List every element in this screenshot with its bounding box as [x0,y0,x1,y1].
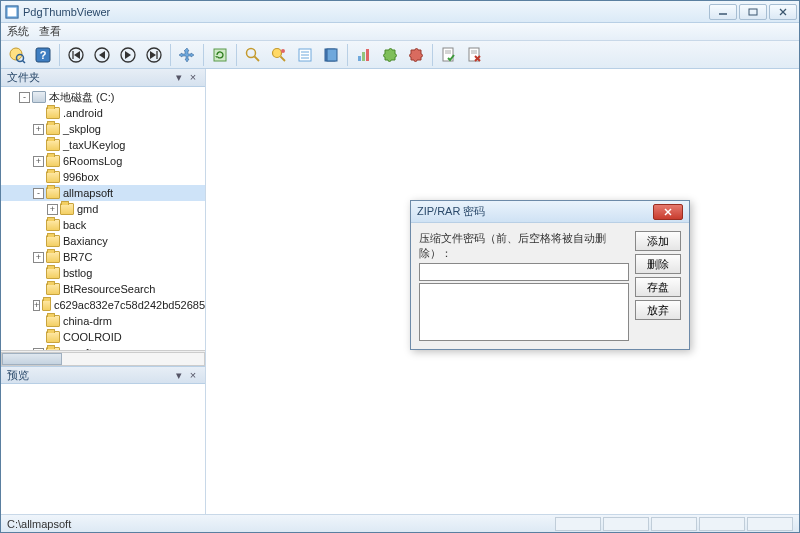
tree-item[interactable]: +gmd [1,201,205,217]
folder-icon [46,139,60,151]
app-title: PdgThumbViewer [23,6,707,18]
nav-prev-icon[interactable] [90,43,114,67]
tree-item[interactable]: +_skplog [1,121,205,137]
tree-label: BR7C [63,251,92,263]
tree-hscrollbar[interactable] [1,350,205,366]
tree-item[interactable]: -allmapsoft [1,185,205,201]
expand-spacer [33,316,44,327]
collapse-icon[interactable]: - [33,188,44,199]
toolbar-separator [347,44,348,66]
discard-button[interactable]: 放弃 [635,300,681,320]
nav-first-icon[interactable] [64,43,88,67]
expand-icon[interactable]: + [33,124,44,135]
expand-icon[interactable]: + [47,204,58,215]
tree-item[interactable]: _taxUKeylog [1,137,205,153]
expand-spacer [33,268,44,279]
password-input[interactable] [419,263,629,281]
add-button[interactable]: 添加 [635,231,681,251]
puzzle-red-icon[interactable] [404,43,428,67]
preview-panel-title: 预览 [7,368,29,383]
close-button[interactable] [769,4,797,20]
tree-item[interactable]: 996box [1,169,205,185]
delete-button[interactable]: 删除 [635,254,681,274]
tree-label: BtResourceSearch [63,283,155,295]
expand-icon[interactable]: + [33,252,44,263]
tree-item[interactable]: COOLROID [1,329,205,345]
svg-rect-34 [358,56,361,61]
titlebar[interactable]: PdgThumbViewer [1,1,799,23]
tree-item[interactable]: +c629ac832e7c58d242bd52685 [1,297,205,313]
panel-close-icon[interactable]: × [187,71,199,84]
nav-last-icon[interactable] [142,43,166,67]
zoom-color-icon[interactable] [267,43,291,67]
menu-system[interactable]: 系统 [7,24,29,39]
expand-icon[interactable]: + [33,300,40,311]
password-list[interactable] [419,283,629,341]
dialog-label: 压缩文件密码（前、后空格将被自动删除）： [419,231,629,261]
toolbar-separator [203,44,204,66]
nav-next-icon[interactable] [116,43,140,67]
chart-icon[interactable] [352,43,376,67]
tree-label: COOLROID [63,331,122,343]
move-icon[interactable] [175,43,199,67]
status-cell [603,517,649,531]
folder-icon [46,315,60,327]
dialog-title: ZIP/RAR 密码 [417,204,653,219]
toolbar-separator [432,44,433,66]
list-icon[interactable] [293,43,317,67]
tree-item[interactable]: BtResourceSearch [1,281,205,297]
hscroll-thumb[interactable] [2,353,62,365]
dialog-titlebar[interactable]: ZIP/RAR 密码 [411,201,689,223]
tree-item[interactable]: .android [1,105,205,121]
folder-icon [60,203,74,215]
menu-view[interactable]: 查看 [39,24,61,39]
globe-search-icon[interactable] [5,43,29,67]
expand-spacer [33,140,44,151]
svg-marker-15 [99,51,105,59]
tree-item[interactable]: back [1,217,205,233]
tree-item[interactable]: +BR7C [1,249,205,265]
collapse-icon[interactable]: - [19,92,30,103]
svg-rect-3 [749,9,757,15]
folders-panel-title: 文件夹 [7,70,40,85]
folder-icon [46,235,60,247]
folder-icon [46,283,60,295]
preview-panel-header: 预览 ▾× [1,366,205,384]
svg-line-24 [255,56,260,61]
status-path: C:\allmapsoft [7,518,71,530]
expand-spacer [33,284,44,295]
tree-item[interactable]: bstlog [1,265,205,281]
panel-pin-icon[interactable]: ▾ [173,71,185,84]
tree-item[interactable]: Baxiancy [1,233,205,249]
tree-label: allmapsoft [63,187,113,199]
toolbar-separator [170,44,171,66]
panel-close-icon[interactable]: × [187,369,199,382]
folder-icon [46,219,60,231]
folder-tree[interactable]: -本地磁盘 (C:).android+_skplog_taxUKeylog+6R… [1,87,205,350]
status-cell [699,517,745,531]
folder-icon [46,171,60,183]
expand-spacer [33,172,44,183]
sheet-x-icon[interactable] [463,43,487,67]
tree-item[interactable]: -本地磁盘 (C:) [1,89,205,105]
folder-icon [46,331,60,343]
refresh-icon[interactable] [208,43,232,67]
dialog-close-button[interactable] [653,204,683,220]
maximize-button[interactable] [739,4,767,20]
book-icon[interactable] [319,43,343,67]
folder-icon [46,251,60,263]
sheet-check-icon[interactable] [437,43,461,67]
expand-icon[interactable]: + [33,156,44,167]
svg-rect-21 [214,49,226,61]
folder-icon [46,155,60,167]
panel-pin-icon[interactable]: ▾ [173,369,185,382]
save-button[interactable]: 存盘 [635,277,681,297]
tree-item[interactable]: china-drm [1,313,205,329]
help-icon[interactable]: ? [31,43,55,67]
toolbar-separator [236,44,237,66]
minimize-button[interactable] [709,4,737,20]
status-cell [651,517,697,531]
zoom-icon[interactable] [241,43,265,67]
puzzle-green-icon[interactable] [378,43,402,67]
tree-item[interactable]: +6RoomsLog [1,153,205,169]
